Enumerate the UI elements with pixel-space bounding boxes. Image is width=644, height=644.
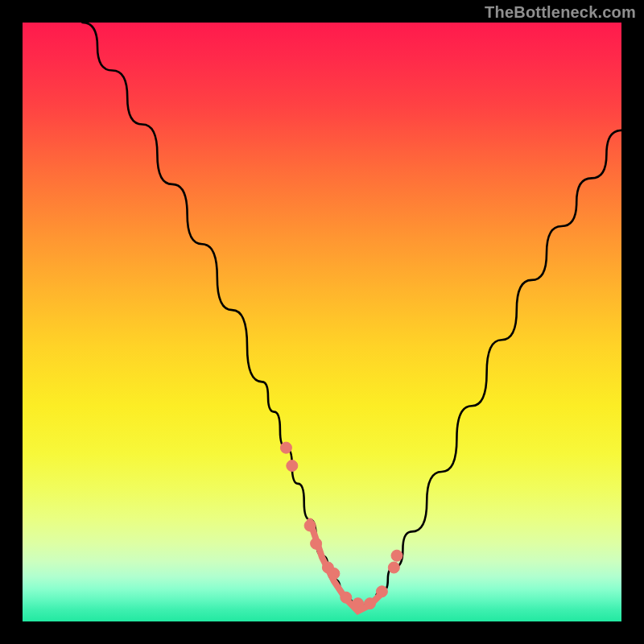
- highlight-dot: [280, 442, 291, 453]
- plot-area: [23, 23, 621, 621]
- watermark-text: TheBottleneck.com: [485, 3, 636, 22]
- highlight-dot: [391, 550, 402, 561]
- highlight-dot: [388, 562, 399, 573]
- chart-frame: TheBottleneck.com: [0, 0, 644, 644]
- bottleneck-curve: [82, 23, 621, 609]
- highlight-dot: [287, 460, 298, 472]
- curve-layer: [23, 23, 621, 621]
- highlight-markers: [280, 442, 402, 609]
